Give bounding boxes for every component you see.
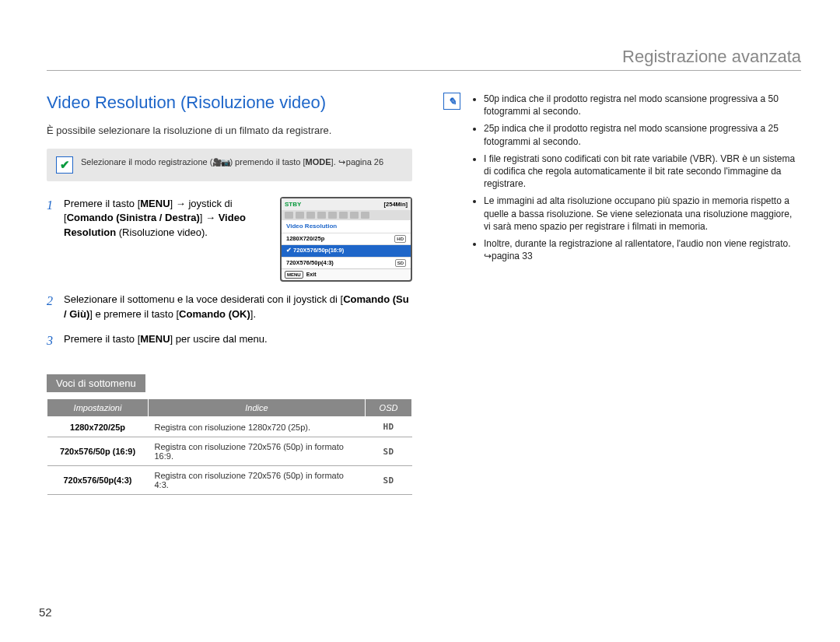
list-item: 50p indica che il prodotto registra nel … xyxy=(484,93,801,118)
lcd-option-1: 1280X720/25pHD xyxy=(282,233,411,245)
list-item: Inoltre, durante la registrazione al ral… xyxy=(484,237,801,262)
step-2: Selezionare il sottomenu e la voce desid… xyxy=(47,293,412,321)
info-note-block: ✎ 50p indica che il prodotto registra ne… xyxy=(443,93,801,267)
step-1: Premere il tasto [MENU] → joystick di [C… xyxy=(47,197,412,282)
table-row: 720x576/50p (16:9) Registra con risoluzi… xyxy=(47,437,412,466)
page-number: 52 xyxy=(39,605,52,619)
info-bullet-list: 50p indica che il prodotto registra nel … xyxy=(470,93,801,267)
submenu-heading: Voci di sottomenu xyxy=(47,374,145,392)
col-header-osd: OSD xyxy=(366,399,412,417)
camera-mode-icon xyxy=(212,157,229,167)
lcd-stby-label: STBY xyxy=(285,200,301,209)
sd-badge-icon: SD xyxy=(395,259,406,267)
col-header-index: Indice xyxy=(149,399,366,417)
note-text: Selezionare il modo registrazione () pre… xyxy=(81,156,383,167)
submenu-table: Impostazioni Indice OSD 1280x720/25p Reg… xyxy=(47,398,412,495)
check-icon: ✔ xyxy=(56,156,73,174)
intro-text: È possibile selezionare la risoluzione d… xyxy=(47,124,412,138)
lcd-time-remaining: [254Min] xyxy=(384,201,408,209)
step-3: Premere il tasto [MENU] per uscire dal m… xyxy=(47,332,412,346)
list-item: I file registrati sono codificati con bi… xyxy=(484,153,801,191)
menu-button-icon: MENU xyxy=(285,271,303,279)
page-title: Video Resolution (Risoluzione video) xyxy=(47,93,412,113)
hd-badge-icon: HD xyxy=(394,235,406,243)
sd-badge-icon: SD xyxy=(366,437,412,466)
lcd-menu-title: Video Resolution xyxy=(282,220,411,232)
lcd-screenshot: STBY [254Min] Video Resolution 1280X720/… xyxy=(280,197,412,282)
steps-list: Premere il tasto [MENU] → joystick di [C… xyxy=(47,197,412,346)
hd-badge-icon: HD xyxy=(366,417,412,437)
info-icon: ✎ xyxy=(443,93,460,110)
sd-badge-icon: SD xyxy=(366,466,412,495)
col-header-settings: Impostazioni xyxy=(47,399,149,417)
list-item: 25p indica che il prodotto registra nel … xyxy=(484,122,801,147)
lcd-exit-row: MENU Exit xyxy=(282,268,411,280)
lcd-option-3: 720X576/50p(4:3)SD xyxy=(282,257,411,269)
table-row: 1280x720/25p Registra con risoluzione 12… xyxy=(47,417,412,437)
chapter-header: Registrazione avanzata xyxy=(47,47,801,71)
list-item: Le immagini ad alta risoluzione occupano… xyxy=(484,195,801,233)
page-link-icon xyxy=(338,157,346,167)
table-row: 720x576/50p(4:3) Registra con risoluzion… xyxy=(47,466,412,495)
lcd-option-2-selected: ✔ 720X576/50p(16:9) xyxy=(282,244,411,257)
lcd-icon-row xyxy=(282,210,411,220)
mode-precondition-note: ✔ Selezionare il modo registrazione () p… xyxy=(47,149,412,181)
